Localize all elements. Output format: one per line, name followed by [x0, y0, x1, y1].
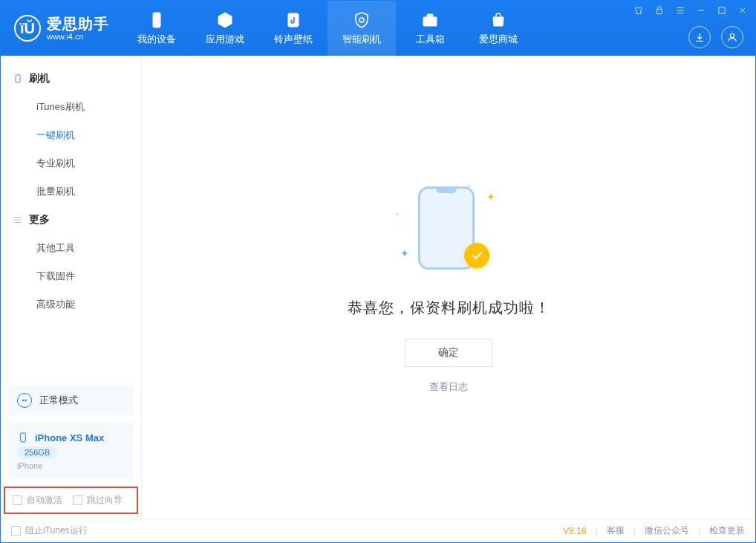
separator: |	[596, 526, 598, 536]
tab-store[interactable]: 爱思商城	[464, 1, 532, 56]
nav-tabs: 我的设备 应用游戏 铃声壁纸 智能刷机 工具箱 爱思商城	[123, 1, 532, 56]
tab-label: 智能刷机	[342, 33, 381, 46]
maximize-icon[interactable]	[715, 4, 729, 17]
checkbox-box-icon	[13, 495, 22, 505]
toolbox-icon	[420, 10, 440, 30]
sidebar-item-pro-flash[interactable]: 专业刷机	[1, 149, 141, 178]
sidebar-bottom: 正常模式 iPhone XS Max 256GB iPhone	[1, 378, 141, 487]
checkbox-box-icon	[73, 495, 82, 505]
svg-rect-10	[21, 433, 26, 442]
minimize-icon[interactable]	[694, 4, 708, 17]
group-flash-header[interactable]: 刷机	[1, 65, 141, 93]
svg-rect-3	[427, 14, 433, 17]
logo-icon: ïŬ	[14, 15, 41, 42]
version-label: V8.16	[563, 526, 586, 536]
sparkle-icon: ✦	[400, 247, 409, 259]
body: 刷机 iTunes刷机 一键刷机 专业刷机 批量刷机 更多 其他工具 下载固件 …	[1, 56, 755, 518]
music-file-icon	[284, 10, 303, 30]
svg-rect-7	[16, 75, 20, 83]
mode-card[interactable]: 正常模式	[8, 386, 134, 415]
check-update-link[interactable]: 检查更新	[709, 524, 745, 537]
menu-icon[interactable]	[674, 4, 687, 17]
sparkle-icon: ✦	[394, 210, 400, 218]
tab-label: 工具箱	[416, 33, 445, 46]
app-subtitle: www.i4.cn	[47, 32, 109, 41]
group-more-header[interactable]: 更多	[1, 206, 141, 234]
svg-rect-0	[153, 13, 160, 27]
checkbox-block-itunes[interactable]: 阻止iTunes运行	[11, 524, 88, 537]
svg-rect-1	[288, 13, 299, 27]
logo-text: 爱思助手 www.i4.cn	[47, 16, 109, 41]
device-name: iPhone XS Max	[35, 432, 104, 443]
shirt-icon[interactable]	[632, 4, 645, 17]
app-window: ïŬ 爱思助手 www.i4.cn 我的设备 应用游戏 铃声壁纸 智能刷机	[0, 0, 756, 543]
check-badge-icon	[464, 243, 489, 268]
svg-rect-4	[657, 10, 662, 14]
titlebar-controls	[632, 4, 749, 17]
tab-label: 应用游戏	[206, 33, 244, 46]
svg-point-6	[730, 33, 734, 37]
user-icon[interactable]	[721, 26, 743, 48]
sidebar: 刷机 iTunes刷机 一键刷机 专业刷机 批量刷机 更多 其他工具 下载固件 …	[1, 56, 142, 518]
checkbox-auto-activate[interactable]: 自动激活	[13, 494, 62, 507]
tab-smart-flash[interactable]: 智能刷机	[328, 1, 396, 56]
tab-label: 爱思商城	[479, 33, 518, 46]
view-log-link[interactable]: 查看日志	[429, 380, 468, 394]
sidebar-item-other-tools[interactable]: 其他工具	[1, 234, 141, 262]
sidebar-item-batch-flash[interactable]: 批量刷机	[1, 178, 141, 206]
footer: 阻止iTunes运行 V8.16 | 客服 | 微信公众号 | 检查更新	[1, 518, 755, 542]
sidebar-item-download-firmware[interactable]: 下载固件	[1, 262, 141, 290]
svg-point-9	[25, 400, 27, 402]
wechat-link[interactable]: 微信公众号	[645, 524, 689, 537]
device-card[interactable]: iPhone XS Max 256GB iPhone	[8, 423, 134, 479]
flash-options-highlighted: 自动激活 跳过向导	[4, 487, 138, 514]
mode-label: 正常模式	[39, 394, 78, 407]
device-icon	[147, 10, 166, 30]
phone-small-icon	[17, 432, 29, 443]
svg-rect-5	[719, 7, 725, 13]
download-icon[interactable]	[688, 26, 711, 48]
bag-icon	[489, 10, 508, 30]
checkbox-label: 跳过向导	[87, 494, 123, 507]
sidebar-item-itunes-flash[interactable]: iTunes刷机	[1, 93, 141, 121]
tab-toolbox[interactable]: 工具箱	[396, 1, 464, 56]
cube-icon	[215, 10, 235, 30]
sidebar-scroll: 刷机 iTunes刷机 一键刷机 专业刷机 批量刷机 更多 其他工具 下载固件 …	[1, 56, 141, 378]
tab-my-device[interactable]: 我的设备	[123, 1, 191, 56]
checkbox-label: 自动激活	[27, 494, 62, 507]
tab-label: 铃声壁纸	[274, 33, 313, 46]
lock-icon[interactable]	[653, 4, 666, 17]
support-link[interactable]: 客服	[607, 524, 625, 537]
separator: |	[633, 526, 636, 536]
shield-refresh-icon	[352, 10, 371, 30]
sparkle-icon: ✦	[486, 191, 495, 203]
device-name-row: iPhone XS Max	[17, 432, 104, 443]
header: ïŬ 爱思助手 www.i4.cn 我的设备 应用游戏 铃声壁纸 智能刷机	[1, 1, 755, 56]
tab-ringtones-wallpapers[interactable]: 铃声壁纸	[259, 1, 328, 56]
checkbox-skip-guide[interactable]: 跳过向导	[73, 494, 123, 507]
device-type: iPhone	[17, 461, 42, 470]
sidebar-item-oneclick-flash[interactable]: 一键刷机	[1, 121, 141, 149]
checkbox-box-icon	[11, 526, 21, 536]
success-message: 恭喜您，保资料刷机成功啦！	[348, 298, 550, 318]
app-title: 爱思助手	[47, 16, 109, 32]
header-right-icons	[688, 26, 743, 48]
phone-outline-icon	[13, 74, 23, 84]
svg-rect-2	[423, 17, 437, 26]
list-icon	[13, 215, 23, 225]
group-title: 刷机	[29, 72, 50, 85]
sidebar-item-advanced[interactable]: 高级功能	[1, 290, 141, 319]
success-illustration: ✦ ✦ ✦ ✦	[400, 181, 497, 277]
main-content: ✦ ✦ ✦ ✦ 恭喜您，保资料刷机成功啦！ 确定 查看日志	[142, 56, 755, 518]
tab-label: 我的设备	[137, 33, 176, 46]
close-icon[interactable]	[736, 4, 749, 17]
storage-badge: 256GB	[17, 446, 57, 458]
tab-apps-games[interactable]: 应用游戏	[191, 1, 259, 56]
checkbox-label: 阻止iTunes运行	[25, 524, 88, 537]
logo-block: ïŬ 爱思助手 www.i4.cn	[1, 1, 123, 56]
svg-point-8	[22, 400, 24, 402]
ok-button[interactable]: 确定	[405, 339, 492, 367]
sparkle-icon: ✦	[466, 182, 472, 190]
separator: |	[698, 526, 700, 536]
group-title: 更多	[29, 213, 50, 227]
